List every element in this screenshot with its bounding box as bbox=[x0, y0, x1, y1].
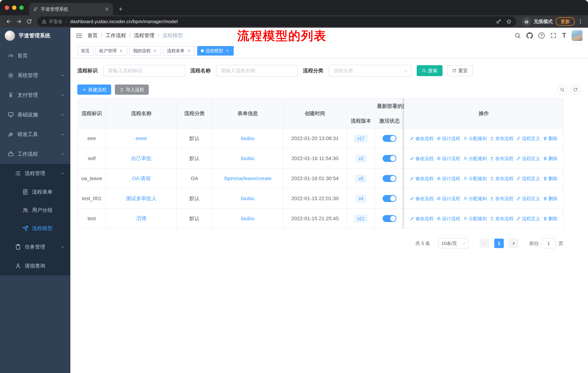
process-name-link[interactable]: 滔博 bbox=[136, 216, 146, 221]
sidebar-item-process-form[interactable]: 流程表单 bbox=[0, 183, 70, 201]
breadcrumb-home[interactable]: 首页 bbox=[87, 32, 98, 39]
breadcrumb-workflow[interactable]: 工作流程 bbox=[106, 32, 126, 39]
publish-process-link[interactable]: 发布流程 bbox=[490, 216, 514, 222]
modify-process-link[interactable]: 修改流程 bbox=[410, 156, 434, 161]
delete-process-link[interactable]: 删除 bbox=[543, 216, 557, 222]
process-name-input[interactable] bbox=[216, 65, 298, 77]
tag-home[interactable]: 首页 bbox=[77, 46, 93, 56]
process-definition-link[interactable]: 流程定义 bbox=[516, 196, 540, 202]
reload-button[interactable] bbox=[24, 16, 34, 27]
active-status-toggle[interactable] bbox=[383, 175, 396, 182]
process-definition-link[interactable]: 流程定义 bbox=[516, 135, 540, 141]
active-status-toggle[interactable] bbox=[383, 215, 396, 222]
form-info-link[interactable]: biubiu bbox=[241, 216, 255, 221]
search-icon[interactable] bbox=[514, 32, 521, 39]
sidebar-item-leave-query[interactable]: 请假查询 bbox=[0, 256, 70, 275]
process-name-link[interactable]: 测试多审批人 bbox=[126, 196, 157, 201]
process-name-link[interactable]: eeee bbox=[136, 135, 147, 141]
sidebar-item-infrastructure[interactable]: 基础设施 bbox=[0, 105, 70, 125]
form-info-link[interactable]: biubiu bbox=[241, 156, 255, 161]
sidebar-item-task-management[interactable]: 任务管理 bbox=[0, 238, 70, 256]
sidebar-item-home[interactable]: 首页 bbox=[0, 46, 70, 66]
process-name-link[interactable]: 自己审批 bbox=[131, 156, 151, 161]
design-process-link[interactable]: 设计流程 bbox=[437, 156, 460, 161]
delete-process-link[interactable]: 删除 bbox=[543, 135, 557, 141]
form-info-link[interactable]: /bpm/oa/leave/create bbox=[224, 176, 272, 181]
incognito-indicator[interactable]: 无痕模式 bbox=[522, 17, 553, 26]
close-icon[interactable] bbox=[152, 48, 158, 53]
modify-process-link[interactable]: 修改流程 bbox=[410, 135, 434, 141]
tag-process-form[interactable]: 流程表单 bbox=[163, 46, 195, 56]
refresh-table-button[interactable] bbox=[570, 85, 580, 94]
create-process-button[interactable]: 新建流程 bbox=[77, 84, 111, 95]
sidebar-toggle-button[interactable] bbox=[70, 32, 87, 39]
publish-process-link[interactable]: 发布流程 bbox=[490, 196, 514, 202]
form-info-link[interactable]: biubiu bbox=[241, 135, 255, 141]
tag-tenant-management[interactable]: 租户管理 bbox=[95, 46, 127, 56]
sidebar-item-process-model[interactable]: 流程模型 bbox=[0, 219, 70, 238]
github-icon[interactable] bbox=[526, 32, 533, 39]
process-definition-link[interactable]: 流程定义 bbox=[516, 216, 540, 222]
toggle-search-button[interactable] bbox=[557, 85, 567, 94]
process-name-link[interactable]: OA 请假 bbox=[132, 176, 151, 181]
sidebar-item-devtools[interactable]: 研发工具 bbox=[0, 125, 70, 144]
design-process-link[interactable]: 设计流程 bbox=[437, 196, 460, 202]
bookmark-star-icon[interactable] bbox=[506, 19, 512, 24]
address-bar[interactable]: 不安全 dashboard.yudao.iocoder.cn/bpm/manag… bbox=[37, 16, 516, 27]
publish-process-link[interactable]: 发布流程 bbox=[490, 135, 514, 141]
goto-page-input[interactable] bbox=[542, 238, 556, 248]
process-id-input[interactable] bbox=[103, 65, 185, 77]
active-status-toggle[interactable] bbox=[383, 135, 396, 142]
publish-process-link[interactable]: 发布流程 bbox=[490, 176, 514, 181]
forward-button[interactable] bbox=[14, 16, 24, 27]
window-zoom-button[interactable] bbox=[19, 5, 24, 10]
design-process-link[interactable]: 设计流程 bbox=[437, 216, 460, 222]
next-page-button[interactable] bbox=[509, 239, 518, 248]
user-avatar[interactable] bbox=[572, 30, 583, 41]
design-process-link[interactable]: 设计流程 bbox=[437, 135, 460, 141]
modify-process-link[interactable]: 修改流程 bbox=[410, 176, 434, 181]
close-icon[interactable] bbox=[225, 48, 230, 53]
help-icon[interactable]: ? bbox=[538, 32, 545, 39]
search-button[interactable]: 搜索 bbox=[417, 65, 442, 76]
sidebar-item-system[interactable]: 系统管理 bbox=[0, 66, 70, 85]
font-size-icon[interactable]: T bbox=[562, 32, 566, 39]
form-info-link[interactable]: biubiu bbox=[241, 196, 255, 201]
assign-rule-link[interactable]: 分配规则 bbox=[463, 176, 487, 181]
sidebar-item-payment[interactable]: 支付管理 bbox=[0, 85, 70, 105]
modify-process-link[interactable]: 修改流程 bbox=[410, 216, 434, 222]
browser-tab[interactable]: 芋道管理系统 bbox=[29, 3, 113, 15]
design-process-link[interactable]: 设计流程 bbox=[437, 176, 460, 181]
password-key-icon[interactable] bbox=[496, 19, 502, 24]
fullscreen-icon[interactable] bbox=[550, 32, 557, 39]
sidebar-item-workflow[interactable]: 工作流程 bbox=[0, 144, 70, 164]
back-button[interactable] bbox=[4, 16, 14, 27]
active-status-toggle[interactable] bbox=[383, 195, 396, 202]
browser-menu-button[interactable] bbox=[576, 16, 584, 27]
sidebar-item-user-group[interactable]: 用户分组 bbox=[0, 201, 70, 219]
new-tab-button[interactable] bbox=[116, 4, 126, 14]
active-status-toggle[interactable] bbox=[383, 155, 396, 162]
window-close-button[interactable] bbox=[5, 5, 9, 10]
tag-process-model[interactable]: 流程模型 bbox=[197, 46, 234, 56]
tab-close-icon[interactable] bbox=[104, 7, 109, 12]
delete-process-link[interactable]: 删除 bbox=[543, 156, 557, 161]
window-minimize-button[interactable] bbox=[12, 5, 16, 10]
page-size-select[interactable]: 10条/页 bbox=[438, 238, 469, 248]
process-definition-link[interactable]: 流程定义 bbox=[516, 176, 540, 181]
process-category-select[interactable]: 流程分类 bbox=[329, 65, 412, 77]
assign-rule-link[interactable]: 分配规则 bbox=[463, 196, 487, 202]
delete-process-link[interactable]: 删除 bbox=[543, 176, 557, 181]
page-number-button[interactable]: 1 bbox=[494, 239, 504, 248]
publish-process-link[interactable]: 发布流程 bbox=[490, 156, 514, 161]
modify-process-link[interactable]: 修改流程 bbox=[410, 196, 434, 202]
close-icon[interactable] bbox=[186, 48, 191, 53]
process-definition-link[interactable]: 流程定义 bbox=[516, 156, 540, 161]
reset-button[interactable]: 重置 bbox=[447, 65, 473, 76]
assign-rule-link[interactable]: 分配规则 bbox=[463, 216, 487, 222]
browser-update-button[interactable]: 更新 bbox=[556, 17, 575, 26]
sidebar-item-process-management[interactable]: 流程管理 bbox=[0, 164, 70, 183]
delete-process-link[interactable]: 删除 bbox=[543, 196, 557, 202]
prev-page-button[interactable] bbox=[480, 239, 489, 248]
tag-my-process[interactable]: 我的流程 bbox=[129, 46, 161, 56]
